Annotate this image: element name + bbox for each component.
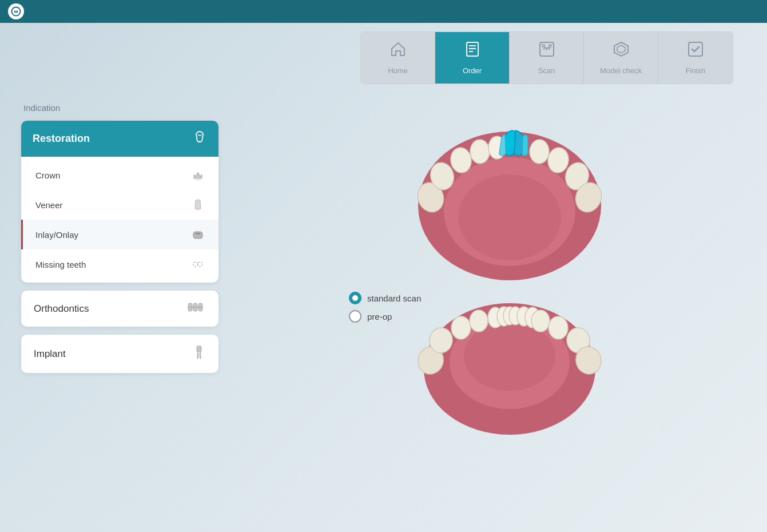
home-icon — [390, 41, 407, 62]
nav-tabs: Home Order Scan — [360, 31, 733, 84]
orthodontics-label: Orthodontics — [34, 303, 89, 315]
tab-finish[interactable]: Finish — [658, 32, 733, 84]
missing-teeth-icon — [190, 256, 206, 272]
implant-icon — [192, 345, 206, 363]
upper-arch-container — [401, 92, 618, 288]
radio-inner — [352, 295, 358, 301]
implant-item[interactable]: Implant — [21, 335, 218, 373]
tab-scan-label: Scan — [538, 66, 555, 75]
svg-point-38 — [464, 322, 555, 391]
svg-rect-7 — [549, 45, 551, 47]
upper-arch-svg — [401, 92, 618, 286]
veneer-label: Veneer — [35, 200, 63, 210]
scan-icon — [538, 41, 555, 62]
tab-model-check-label: Model check — [600, 66, 642, 75]
indication-label: Indication — [21, 103, 218, 113]
lower-arch-svg — [407, 295, 613, 460]
tab-order[interactable]: Order — [435, 32, 510, 84]
veneer-icon — [190, 197, 206, 213]
svg-marker-9 — [617, 45, 625, 53]
restoration-item-veneer[interactable]: Veneer — [21, 190, 218, 220]
svg-rect-6 — [542, 45, 545, 47]
orthodontics-item[interactable]: Orthodontics — [21, 291, 218, 327]
lower-arch-container — [407, 295, 613, 463]
svg-rect-12 — [193, 232, 202, 239]
svg-point-42 — [470, 310, 488, 332]
svg-point-49 — [531, 310, 550, 332]
tab-home[interactable]: Home — [361, 32, 435, 84]
standard-scan-radio[interactable] — [349, 292, 361, 304]
svg-rect-19 — [197, 346, 201, 352]
order-icon — [464, 41, 481, 62]
app-logo — [8, 3, 24, 19]
dental-view-area: standard scan pre-op — [252, 86, 767, 532]
restoration-item-inlay[interactable]: Inlay/Onlay — [21, 220, 218, 249]
tab-scan[interactable]: Scan — [510, 32, 584, 84]
svg-marker-8 — [614, 42, 628, 56]
orthodontics-icon — [188, 301, 206, 316]
top-bar — [0, 0, 767, 23]
crown-label: Crown — [35, 170, 60, 180]
tab-order-label: Order — [463, 66, 482, 75]
finish-icon — [687, 41, 704, 62]
svg-point-14 — [198, 262, 202, 267]
tab-home-label: Home — [388, 66, 408, 75]
svg-point-13 — [193, 262, 198, 267]
inlay-label: Inlay/Onlay — [35, 230, 78, 240]
restoration-item-crown[interactable]: Crown — [21, 160, 218, 190]
inlay-icon — [190, 227, 206, 243]
tab-finish-label: Finish — [686, 66, 706, 75]
restoration-header[interactable]: Restoration — [21, 121, 218, 157]
svg-point-25 — [458, 174, 561, 260]
restoration-card: Restoration Crown Veneer — [21, 121, 218, 283]
implant-label: Implant — [34, 348, 66, 360]
pre-op-radio[interactable] — [349, 310, 361, 323]
sidebar: Indication Restoration Crown — [21, 103, 218, 381]
restoration-icon — [192, 130, 207, 148]
missing-label: Missing teeth — [35, 260, 86, 269]
restoration-title: Restoration — [33, 133, 90, 145]
pre-op-label: pre-op — [367, 312, 392, 321]
crown-icon — [190, 167, 206, 183]
svg-point-29 — [470, 139, 490, 164]
svg-rect-10 — [689, 42, 702, 56]
tab-model-check[interactable]: Model check — [584, 32, 658, 84]
svg-point-32 — [529, 139, 549, 164]
restoration-item-missing[interactable]: Missing teeth — [21, 249, 218, 279]
model-check-icon — [613, 41, 630, 62]
restoration-items: Crown Veneer Inlay/Onlay — [21, 157, 218, 283]
